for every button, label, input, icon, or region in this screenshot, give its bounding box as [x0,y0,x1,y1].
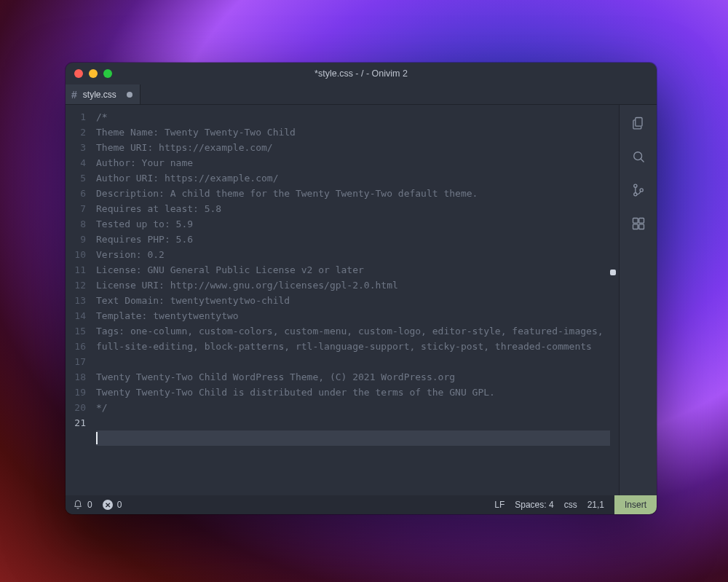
svg-point-3 [633,184,636,187]
line-number: 19 [66,385,86,400]
status-bar: 0 ✕ 0 LF Spaces: 4 css 21,1 Insert [66,495,657,514]
notifications-count: 0 [87,500,92,510]
vim-mode-indicator[interactable]: Insert [614,495,657,514]
activity-bar [619,105,657,495]
line-number: 13 [66,293,86,308]
minimap-viewport[interactable] [610,270,616,275]
code-line[interactable] [96,430,610,446]
svg-rect-9 [638,224,644,229]
line-number: 17 [66,354,86,369]
line-ending-status[interactable]: LF [494,500,505,510]
code-line[interactable]: Author: Your name [96,155,610,170]
code-line[interactable] [96,354,610,369]
close-icon[interactable] [74,69,83,78]
errors-status[interactable]: ✕ 0 [103,500,122,510]
line-number: 3 [66,140,86,155]
code-area[interactable]: /*Theme Name: Twenty Twenty-Two ChildThe… [92,105,610,495]
tab-filename: style.css [83,90,116,100]
svg-point-1 [633,152,641,160]
text-editor[interactable]: 123456789101112131415161718192021 /*Them… [66,105,619,495]
code-line[interactable]: Template: twentytwentytwo [96,308,610,323]
dirty-indicator-icon [127,92,132,98]
line-number: 4 [66,155,86,170]
tab-bar: # style.css [66,84,657,105]
text-cursor [96,432,98,444]
titlebar[interactable]: *style.css - / - Onivim 2 [66,63,657,84]
line-number: 8 [66,216,86,232]
code-line[interactable]: License URI: http://www.gnu.org/licenses… [96,278,610,293]
line-number: 15 [66,323,86,339]
tab-style-css[interactable]: # style.css [66,84,141,104]
line-number: 6 [66,186,86,201]
indentation-status[interactable]: Spaces: 4 [515,500,553,510]
line-number: 20 [66,400,86,415]
files-icon[interactable] [630,115,646,131]
code-line[interactable]: */ [96,400,610,415]
line-number: 18 [66,369,86,385]
line-number: 14 [66,308,86,323]
code-line[interactable]: Requires at least: 5.8 [96,201,610,216]
code-line[interactable]: Theme URI: https://example.com/ [96,140,610,155]
code-line[interactable]: Author URI: https://example.com/ [96,170,610,186]
editor-window: *style.css - / - Onivim 2 # style.css 12… [66,63,657,514]
code-line[interactable]: License: GNU General Public License v2 o… [96,262,610,278]
error-icon: ✕ [103,500,113,510]
line-number: 11 [66,262,86,278]
extensions-icon[interactable] [630,216,646,232]
code-line[interactable]: Description: A child theme for the Twent… [96,186,610,201]
code-line[interactable]: Twenty Twenty-Two Child is distributed u… [96,385,610,400]
code-line[interactable]: Version: 0.2 [96,247,610,262]
code-line[interactable]: Tags: one-column, custom-colors, custom-… [96,323,610,354]
line-number: 10 [66,247,86,262]
line-number-gutter: 123456789101112131415161718192021 [66,105,92,495]
line-number: 9 [66,232,86,247]
line-number: 16 [66,339,86,354]
line-number: 7 [66,201,86,216]
source-control-icon[interactable] [630,182,646,198]
code-line[interactable]: /* [96,109,610,125]
maximize-icon[interactable] [103,69,112,78]
window-title: *style.css - / - Onivim 2 [314,68,408,79]
errors-count: 0 [117,500,122,510]
line-number: 5 [66,170,86,186]
svg-rect-6 [633,219,638,224]
svg-point-5 [640,189,643,192]
line-number: 12 [66,278,86,293]
notifications-status[interactable]: 0 [73,500,92,510]
cursor-position-status[interactable]: 21,1 [587,500,604,510]
minimap-scrollbar[interactable] [610,108,616,492]
code-line[interactable]: Theme Name: Twenty Twenty-Two Child [96,125,610,140]
line-number: 1 [66,109,86,125]
code-line[interactable]: Twenty Twenty-Two Child WordPress Theme,… [96,369,610,385]
minimize-icon[interactable] [89,69,98,78]
svg-line-2 [641,159,644,162]
search-icon[interactable] [630,149,646,165]
code-line[interactable]: Tested up to: 5.9 [96,216,610,232]
svg-rect-8 [633,224,638,229]
code-line[interactable]: Requires PHP: 5.6 [96,232,610,247]
traffic-lights [74,69,112,78]
svg-point-4 [633,193,636,196]
code-line[interactable]: Text Domain: twentytwentytwo-child [96,293,610,308]
svg-rect-7 [638,219,644,224]
line-number: 21 [66,415,86,430]
editor-body: 123456789101112131415161718192021 /*Them… [66,105,657,495]
line-number: 2 [66,125,86,140]
svg-rect-0 [635,118,641,127]
language-status[interactable]: css [564,500,577,510]
file-type-icon: # [71,89,77,101]
code-line[interactable] [96,415,610,430]
